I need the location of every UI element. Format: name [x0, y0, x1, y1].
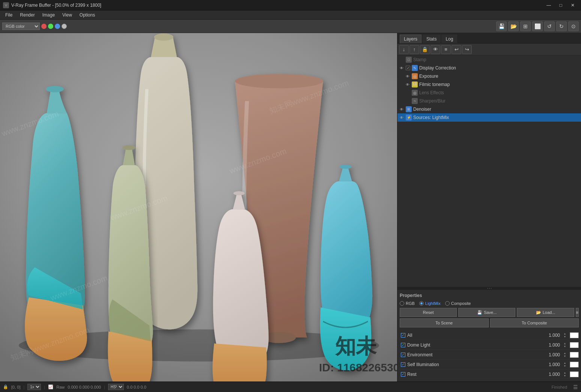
tab-stats[interactable]: Stats: [422, 35, 441, 43]
lm-up-all[interactable]: ▲: [564, 332, 566, 335]
radio-rgb[interactable]: RGB: [400, 301, 415, 306]
color-mode-select[interactable]: RGB color: [2, 23, 40, 30]
lm-value-all: 1.000: [542, 333, 561, 338]
sample-select[interactable]: 1x1 3x3 5x5: [27, 384, 41, 390]
lock-layer-button[interactable]: 🔒: [420, 45, 430, 54]
maximize-button[interactable]: □: [555, 2, 566, 9]
undo-layers-button[interactable]: ↩: [452, 45, 461, 54]
redo-layers-button[interactable]: ↪: [462, 45, 472, 54]
prop-buttons-row2: To Scene To Composite: [400, 318, 579, 327]
eye-denoiser[interactable]: 👁: [399, 107, 404, 112]
eye-lightmix[interactable]: 👁: [399, 115, 404, 120]
layer-name-filmic: Filmic tonemap: [419, 82, 450, 87]
window-title: V-Ray Frame Buffer - [50.0% of 2399 x 18…: [11, 3, 101, 8]
to-composite-label: To Composite: [522, 321, 547, 325]
status-coords: [0, 0]: [11, 385, 20, 389]
add-layer-button[interactable]: ↓: [399, 45, 409, 54]
lm-up-dome[interactable]: ▲: [564, 342, 566, 345]
lm-color-self-illumination[interactable]: [570, 362, 579, 368]
white-indicator[interactable]: [62, 24, 67, 29]
lm-up-self[interactable]: ▲: [564, 362, 566, 364]
layer-item-sharpen[interactable]: ~ Sharpen/Blur: [403, 97, 581, 105]
green-indicator[interactable]: [48, 24, 53, 29]
status-bar: 🔒 [0, 0] | 1x1 3x3 5x5 | 📈 Raw 0.000 0.0…: [0, 381, 581, 392]
list-options-button[interactable]: ≡: [576, 308, 579, 317]
menu-item-view[interactable]: View: [59, 12, 76, 18]
lm-down-self[interactable]: ▼: [564, 365, 566, 367]
layers-list-button[interactable]: ≡: [441, 45, 451, 54]
menu-item-file[interactable]: File: [2, 12, 16, 18]
layer-item-display-correction[interactable]: 👁 ✓ ✎ Display Correction: [397, 64, 581, 72]
redo-button[interactable]: ↻: [556, 21, 567, 31]
red-indicator[interactable]: [41, 24, 47, 29]
eye-display-correction[interactable]: 👁: [399, 65, 404, 71]
lm-check-self-illumination[interactable]: ✓: [400, 362, 406, 367]
lm-down-dome[interactable]: ▼: [564, 345, 566, 348]
layer-item-exposure[interactable]: 👁 ◎ Exposure: [403, 72, 581, 80]
minimize-button[interactable]: —: [543, 2, 554, 9]
lm-check-dome-light[interactable]: ✓: [400, 343, 406, 347]
save-button[interactable]: 💾 Save...: [458, 308, 515, 317]
eye-exposure[interactable]: 👁: [405, 74, 410, 79]
lm-check-all[interactable]: ✓: [400, 333, 406, 338]
status-menu-icon[interactable]: ☰: [573, 384, 578, 390]
lm-spinner-dome-light[interactable]: ▲ ▼: [561, 342, 568, 348]
visibility-button[interactable]: 👁: [430, 45, 440, 54]
menu-item-image[interactable]: Image: [39, 12, 59, 18]
layer-item-stamp[interactable]: □ Stamp: [397, 56, 581, 64]
menu-item-options[interactable]: Options: [76, 12, 99, 18]
svg-text:知未: 知未: [335, 335, 377, 358]
layer-item-filmic[interactable]: 👁 🎞 Filmic tonemap: [403, 80, 581, 89]
hsv-select[interactable]: HSV RGB: [108, 384, 124, 390]
lm-color-environment[interactable]: [570, 352, 579, 358]
svg-point-3: [154, 33, 173, 41]
lm-spinner-environment[interactable]: ▲ ▼: [561, 352, 568, 357]
check-display-correction[interactable]: ✓: [406, 66, 410, 70]
lm-color-all[interactable]: [570, 332, 579, 338]
menu-bar: FileRenderImageViewOptions: [0, 11, 581, 20]
close-button[interactable]: ✕: [567, 2, 578, 9]
lm-color-rest[interactable]: [570, 371, 579, 377]
lm-down-env[interactable]: ▼: [564, 355, 566, 357]
to-scene-button[interactable]: To Scene: [400, 318, 489, 327]
crop-button[interactable]: ⬜: [532, 21, 543, 31]
lm-check-environment[interactable]: ✓: [400, 353, 406, 357]
svg-point-8: [339, 165, 351, 169]
icon-lightmix: ⚡: [406, 115, 412, 121]
layer-item-denoiser[interactable]: 👁 ⊞ Denoiser: [397, 105, 581, 113]
undo-button[interactable]: ↺: [544, 21, 555, 31]
open-file-button[interactable]: 📂: [508, 21, 519, 31]
layer-item-lightmix[interactable]: 👁 ⚡ Sources: LightMix: [397, 113, 581, 122]
blue-indicator[interactable]: [55, 24, 60, 29]
lm-check-rest[interactable]: ✓: [400, 372, 406, 377]
radio-lightmix[interactable]: LightMix: [419, 301, 441, 306]
load-button[interactable]: 📂 Load...: [517, 308, 574, 317]
lm-up-env[interactable]: ▲: [564, 352, 566, 354]
title-bar: V V-Ray Frame Buffer - [50.0% of 2399 x …: [0, 0, 581, 11]
settings-button[interactable]: ⊙: [568, 21, 579, 31]
radio-composite[interactable]: Composite: [445, 301, 471, 306]
lm-up-rest[interactable]: ▲: [564, 371, 566, 374]
eye-sharpen[interactable]: [405, 98, 410, 104]
reset-button[interactable]: Reset: [400, 308, 457, 317]
tab-layers[interactable]: Layers: [400, 35, 421, 43]
title-bar-left: V V-Ray Frame Buffer - [50.0% of 2399 x …: [3, 2, 101, 8]
remove-layer-button[interactable]: ↑: [409, 45, 419, 54]
to-composite-button[interactable]: To Composite: [490, 318, 579, 327]
lm-color-dome-light[interactable]: [570, 342, 579, 348]
menu-item-render[interactable]: Render: [16, 12, 38, 18]
lm-spinner-rest[interactable]: ▲ ▼: [561, 371, 568, 377]
eye-lens[interactable]: [405, 90, 410, 95]
lm-down-rest[interactable]: ▼: [564, 374, 566, 377]
lm-spinner-self-illumination[interactable]: ▲ ▼: [561, 362, 568, 367]
panel-divider[interactable]: [397, 287, 581, 290]
eye-filmic[interactable]: 👁: [405, 82, 410, 87]
channels-button[interactable]: ⊞: [520, 21, 531, 31]
lm-down-all[interactable]: ▼: [564, 335, 566, 338]
lm-value-dome-light: 1.000: [542, 342, 561, 348]
layer-item-lens[interactable]: ◎ Lens Effects: [403, 89, 581, 97]
save-image-button[interactable]: 💾: [496, 21, 507, 31]
lm-spinner-all[interactable]: ▲ ▼: [561, 332, 568, 338]
eye-stamp[interactable]: [399, 57, 404, 62]
tab-log[interactable]: Log: [441, 35, 457, 43]
